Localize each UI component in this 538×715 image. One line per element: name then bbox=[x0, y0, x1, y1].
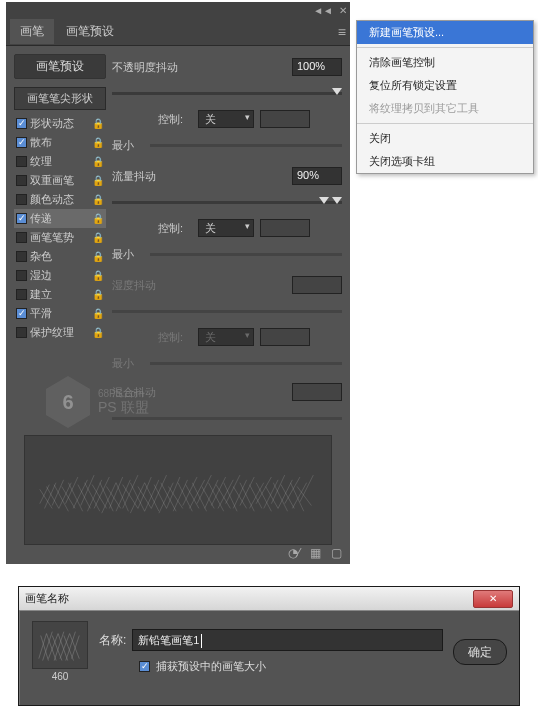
option-row-9[interactable]: 建立🔒 bbox=[14, 285, 106, 304]
flow-control-label: 控制: bbox=[158, 221, 192, 236]
opacity-control-value bbox=[260, 110, 310, 128]
lock-icon[interactable]: 🔒 bbox=[92, 156, 104, 168]
close-panel-icon[interactable]: ✕ bbox=[339, 5, 347, 16]
option-checkbox[interactable] bbox=[16, 175, 27, 186]
wet-jitter-slider bbox=[112, 310, 342, 313]
brush-name-input[interactable]: 新铅笔画笔1 bbox=[132, 629, 443, 651]
wet-min-slider bbox=[150, 362, 342, 365]
option-checkbox[interactable] bbox=[16, 251, 27, 262]
wet-control-select: 关 bbox=[198, 328, 254, 346]
option-row-8[interactable]: 湿边🔒 bbox=[14, 266, 106, 285]
option-checkbox[interactable] bbox=[16, 327, 27, 338]
capture-size-label: 捕获预设中的画笔大小 bbox=[156, 659, 266, 674]
panel-menu-icon[interactable]: ≡ bbox=[338, 24, 346, 40]
opacity-jitter-label: 不透明度抖动 bbox=[112, 60, 286, 75]
panel-menu: 新建画笔预设... 清除画笔控制 复位所有锁定设置 将纹理拷贝到其它工具 关闭 … bbox=[356, 20, 534, 174]
option-row-11[interactable]: 保护纹理🔒 bbox=[14, 323, 106, 342]
option-label: 湿边 bbox=[30, 268, 89, 283]
option-checkbox[interactable] bbox=[16, 308, 27, 319]
option-label: 建立 bbox=[30, 287, 89, 302]
trash-icon[interactable]: ▢ bbox=[331, 546, 342, 560]
lock-icon[interactable]: 🔒 bbox=[92, 194, 104, 206]
option-checkbox[interactable] bbox=[16, 118, 27, 129]
option-row-4[interactable]: 颜色动态🔒 bbox=[14, 190, 106, 209]
option-label: 形状动态 bbox=[30, 116, 89, 131]
panel-titlebar: ◄◄ ✕ bbox=[6, 2, 350, 18]
options-column: 画笔预设 画笔笔尖形状 形状动态🔒散布🔒纹理🔒双重画笔🔒颜色动态🔒传递🔒画笔笔势… bbox=[14, 54, 106, 431]
option-checkbox[interactable] bbox=[16, 270, 27, 281]
opacity-control-select[interactable]: 关 bbox=[198, 110, 254, 128]
lock-icon[interactable]: 🔒 bbox=[92, 118, 104, 130]
menu-new-brush-preset[interactable]: 新建画笔预设... bbox=[357, 21, 533, 44]
option-row-10[interactable]: 平滑🔒 bbox=[14, 304, 106, 323]
menu-close[interactable]: 关闭 bbox=[357, 127, 533, 150]
opacity-control-label: 控制: bbox=[158, 112, 192, 127]
option-checkbox[interactable] bbox=[16, 289, 27, 300]
flow-jitter-label: 流量抖动 bbox=[112, 169, 286, 184]
option-row-7[interactable]: 杂色🔒 bbox=[14, 247, 106, 266]
ok-button[interactable]: 确定 bbox=[453, 639, 507, 665]
flow-control-select[interactable]: 关 bbox=[198, 219, 254, 237]
panel-footer: ◔⁄ ▦ ▢ bbox=[288, 546, 342, 560]
new-preset-icon[interactable]: ▦ bbox=[310, 546, 321, 560]
lock-icon[interactable]: 🔒 bbox=[92, 308, 104, 320]
option-label: 平滑 bbox=[30, 306, 89, 321]
option-label: 颜色动态 bbox=[30, 192, 89, 207]
flow-min-label: 最小 bbox=[112, 247, 144, 262]
option-checkbox[interactable] bbox=[16, 156, 27, 167]
toggle-preview-icon[interactable]: ◔⁄ bbox=[288, 546, 300, 560]
opacity-min-slider bbox=[150, 144, 342, 147]
dialog-thumb-size: 460 bbox=[52, 671, 69, 682]
flow-jitter-value[interactable]: 90% bbox=[292, 167, 342, 185]
option-checkbox[interactable] bbox=[16, 232, 27, 243]
flow-control-value bbox=[260, 219, 310, 237]
option-row-5[interactable]: 传递🔒 bbox=[14, 209, 106, 228]
dialog-title: 画笔名称 bbox=[25, 591, 69, 606]
opacity-min-label: 最小 bbox=[112, 138, 144, 153]
option-row-1[interactable]: 散布🔒 bbox=[14, 133, 106, 152]
option-label: 杂色 bbox=[30, 249, 89, 264]
lock-icon[interactable]: 🔒 bbox=[92, 251, 104, 263]
lock-icon[interactable]: 🔒 bbox=[92, 289, 104, 301]
option-label: 画笔笔势 bbox=[30, 230, 89, 245]
menu-reset-locked[interactable]: 复位所有锁定设置 bbox=[357, 74, 533, 97]
lock-icon[interactable]: 🔒 bbox=[92, 213, 104, 225]
lock-icon[interactable]: 🔒 bbox=[92, 327, 104, 339]
tab-brush-presets[interactable]: 画笔预设 bbox=[56, 19, 124, 44]
option-row-2[interactable]: 纹理🔒 bbox=[14, 152, 106, 171]
dialog-close-button[interactable]: ✕ bbox=[473, 590, 513, 608]
lock-icon[interactable]: 🔒 bbox=[92, 232, 104, 244]
option-row-0[interactable]: 形状动态🔒 bbox=[14, 114, 106, 133]
option-label: 纹理 bbox=[30, 154, 89, 169]
option-row-6[interactable]: 画笔笔势🔒 bbox=[14, 228, 106, 247]
dialog-titlebar: 画笔名称 ✕ bbox=[19, 587, 519, 611]
flow-jitter-slider[interactable] bbox=[112, 201, 342, 204]
option-checkbox[interactable] bbox=[16, 137, 27, 148]
wet-jitter-value bbox=[292, 276, 342, 294]
option-label: 散布 bbox=[30, 135, 89, 150]
option-checkbox[interactable] bbox=[16, 213, 27, 224]
lock-icon[interactable]: 🔒 bbox=[92, 270, 104, 282]
option-checkbox[interactable] bbox=[16, 194, 27, 205]
tabs: 画笔 画笔预设 ≡ bbox=[6, 18, 350, 46]
option-row-3[interactable]: 双重画笔🔒 bbox=[14, 171, 106, 190]
menu-clear-brush-controls[interactable]: 清除画笔控制 bbox=[357, 51, 533, 74]
opacity-jitter-slider[interactable] bbox=[112, 92, 342, 95]
lock-icon[interactable]: 🔒 bbox=[92, 137, 104, 149]
tab-brush[interactable]: 画笔 bbox=[10, 19, 54, 44]
capture-size-checkbox[interactable] bbox=[139, 661, 150, 672]
settings-column: 不透明度抖动 100% 控制: 关 最小 流量抖动 90% 控制: bbox=[112, 54, 342, 431]
option-label: 双重画笔 bbox=[30, 173, 89, 188]
wet-jitter-label: 湿度抖动 bbox=[112, 278, 286, 293]
brush-presets-button[interactable]: 画笔预设 bbox=[14, 54, 106, 79]
opacity-jitter-value[interactable]: 100% bbox=[292, 58, 342, 76]
menu-copy-texture: 将纹理拷贝到其它工具 bbox=[357, 97, 533, 120]
mix-jitter-label: 混合抖动 bbox=[112, 385, 286, 400]
collapse-icon[interactable]: ◄◄ bbox=[313, 5, 333, 16]
lock-icon[interactable]: 🔒 bbox=[92, 175, 104, 187]
brush-tip-shape-header[interactable]: 画笔笔尖形状 bbox=[14, 87, 106, 110]
wet-control-value bbox=[260, 328, 310, 346]
menu-close-tab-group[interactable]: 关闭选项卡组 bbox=[357, 150, 533, 173]
option-label: 传递 bbox=[30, 211, 89, 226]
mix-jitter-slider bbox=[112, 417, 342, 420]
